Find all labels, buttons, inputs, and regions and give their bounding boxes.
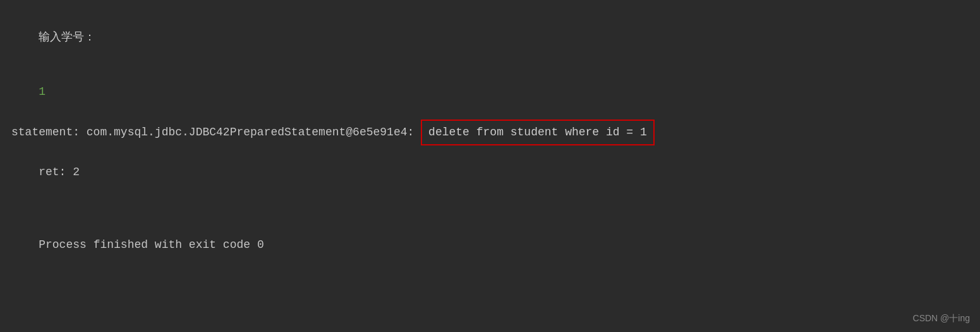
statement-prefix: statement: com.mysql.jdbc.JDBC42Prepared… xyxy=(11,123,421,142)
empty-line xyxy=(11,200,969,218)
statement-line: statement: com.mysql.jdbc.JDBC42Prepared… xyxy=(11,120,969,145)
terminal-window: 输入学号： 1 statement: com.mysql.jdbc.JDBC42… xyxy=(0,0,980,332)
ret-line: ret: 2 xyxy=(11,145,969,200)
statement-sql: delete from student where id = 1 xyxy=(421,120,655,145)
exit-message: Process finished with exit code 0 xyxy=(39,238,263,251)
ret-value: ret: 2 xyxy=(39,166,80,178)
input-value-line: 1 xyxy=(11,65,969,119)
prompt-label: 输入学号： xyxy=(39,31,95,44)
exit-line: Process finished with exit code 0 xyxy=(11,218,969,272)
prompt-label-line: 输入学号： xyxy=(11,10,969,65)
watermark: CSDN @十ing xyxy=(913,313,970,324)
input-value: 1 xyxy=(39,85,45,98)
